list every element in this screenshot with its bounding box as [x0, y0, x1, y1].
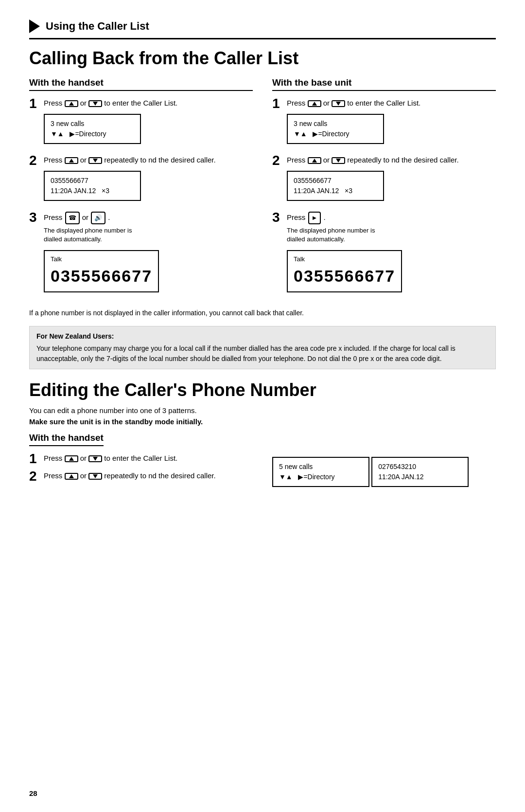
base-step-3: 3 Press ► . The displayed phone number i… [272, 212, 496, 298]
base-display-line1: 3 new calls [294, 119, 377, 129]
base-step-1-display: 3 new calls ▼▲ ▶=Directory [287, 114, 384, 144]
edit-display1-line2: ▼▲ ▶=Directory [279, 472, 363, 482]
down-btn-icon-2 [88, 157, 102, 164]
base-step-3-text: Press ► . [287, 212, 496, 224]
edit-down-btn [88, 455, 102, 462]
down-arrow-icon-2 [93, 159, 98, 162]
base-down-arrow-icon-2 [336, 159, 341, 162]
editing-step-1-text: Press or to enter the Caller List. [44, 453, 253, 463]
base-col-title: With the base unit [272, 77, 496, 91]
step-1-display: 3 new calls ▼▲ ▶=Directory [44, 114, 141, 144]
base-up-arrow-icon [312, 102, 317, 106]
handset-step-1: 1 Press or to enter the Caller List. 3 n… [29, 98, 253, 150]
step-3-display: Talk 0355566677 [44, 250, 159, 293]
base-call-icon: ► [308, 212, 321, 224]
editing-step-num-2: 2 [29, 469, 40, 483]
edit-up-btn-2 [65, 473, 78, 480]
handset-step-3: 3 Press ☎ or 🔊 . The displayed phone num… [29, 212, 253, 298]
step-2-display: 0355566677 11:20A JAN.12 ×3 [44, 171, 141, 201]
step-number-1: 1 [29, 97, 40, 110]
edit-up-btn [65, 455, 78, 462]
calling-back-title: Calling Back from the Caller List [29, 48, 496, 69]
editing-intro-bold: Make sure the unit is in the standby mod… [29, 417, 496, 426]
base-display-line2: ▼▲ ▶=Directory [294, 129, 377, 139]
nz-note-title: For New Zealand Users: [36, 331, 489, 342]
base-up-btn-icon [308, 100, 321, 107]
edit-display2-line2: 11:20A JAN.12 [378, 472, 462, 482]
editing-title: Editing the Caller's Phone Number [29, 380, 496, 400]
up-btn-icon [65, 100, 78, 107]
editing-steps-col: 1 Press or to enter the Caller List. 2 P… [29, 453, 253, 493]
base-display2-line1: 0355566677 [294, 176, 377, 186]
handset-col-title: With the handset [29, 77, 253, 91]
base-talk-label: Talk [294, 255, 395, 264]
talk-label: Talk [51, 255, 152, 264]
base-step-3-content: Press ► . The displayed phone number isd… [287, 212, 496, 298]
up-arrow-icon [69, 102, 74, 106]
edit-up-arrow-2 [69, 474, 74, 478]
step-3-subnote: The displayed phone number isdialled aut… [44, 226, 253, 244]
step-number-3: 3 [29, 211, 40, 224]
base-down-arrow-icon [336, 102, 341, 106]
edit-down-arrow-2 [93, 474, 98, 478]
base-talk-number: 0355566677 [294, 265, 395, 288]
step-1-text: Press or to enter the Caller List. [44, 98, 253, 108]
down-btn-icon [88, 100, 102, 107]
display-line1: 3 new calls [51, 119, 134, 129]
handset-column: With the handset 1 Press or to enter the… [29, 77, 253, 303]
base-step-3-subnote: The displayed phone number isdialled aut… [287, 226, 496, 244]
editing-step-1-display: 5 new calls ▼▲ ▶=Directory [272, 457, 369, 487]
editing-step-2-display: 0276543210 11:20A JAN.12 [371, 457, 469, 487]
base-step-2-display: 0355566677 11:20A JAN.12 ×3 [287, 171, 384, 201]
base-step-1-text: Press or to enter the Caller List. [287, 98, 496, 108]
edit-display1-line1: 5 new calls [279, 462, 363, 472]
base-display2-line2: 11:20A JAN.12 ×3 [294, 186, 377, 196]
step-2-content: Press or repeatedly to nd the desired ca… [44, 155, 253, 207]
page-number: 28 [29, 789, 37, 797]
up-btn-icon-2 [65, 157, 78, 164]
caller-info-text: If a phone number is not displayed in th… [29, 308, 496, 318]
editing-step-2-text: Press or repeatedly to nd the desired ca… [44, 470, 253, 481]
step-2-text: Press or repeatedly to nd the desired ca… [44, 155, 253, 165]
base-step-2-content: Press or repeatedly to nd the desired ca… [287, 155, 496, 207]
base-step-1-content: Press or to enter the Caller List. 3 new… [287, 98, 496, 150]
base-step-3-display: Talk 0355566677 [287, 250, 402, 293]
editing-intro: You can edit a phone number into one of … [29, 406, 496, 415]
editing-step-num-1: 1 [29, 452, 40, 466]
base-step-1: 1 Press or to enter the Caller List. 3 n… [272, 98, 496, 150]
step-3-text: Press ☎ or 🔊 . [44, 212, 253, 224]
calling-back-columns: With the handset 1 Press or to enter the… [29, 77, 496, 303]
base-step-2: 2 Press or repeatedly to nd the desired … [272, 155, 496, 207]
base-step-2-text: Press or repeatedly to nd the desired ca… [287, 155, 496, 165]
edit-down-btn-2 [88, 473, 102, 480]
base-down-btn-icon [332, 100, 345, 107]
talk-number: 0355566677 [51, 265, 152, 288]
base-up-arrow-icon-2 [312, 159, 317, 162]
base-step-number-3: 3 [272, 211, 283, 224]
edit-down-arrow [93, 457, 98, 461]
down-arrow-icon [93, 102, 98, 106]
display2-line1: 0355566677 [51, 176, 134, 186]
edit-up-arrow [69, 457, 74, 461]
editing-step-1: 1 Press or to enter the Caller List. [29, 453, 253, 466]
header-divider [29, 38, 496, 39]
phone-handset-icon: ☎ [65, 212, 80, 224]
base-down-btn-icon-2 [332, 157, 345, 164]
section-header: Using the Caller List [29, 19, 496, 33]
handset-step-2: 2 Press or repeatedly to nd the desired … [29, 155, 253, 207]
editing-handset-col-title: With the handset [29, 433, 104, 446]
editing-step-2: 2 Press or repeatedly to nd the desired … [29, 470, 253, 483]
base-step-number-2: 2 [272, 154, 283, 167]
display-line2: ▼▲ ▶=Directory [51, 129, 134, 139]
step-3-content: Press ☎ or 🔊 . The displayed phone numbe… [44, 212, 253, 298]
editing-step-2-content: Press or repeatedly to nd the desired ca… [44, 470, 253, 483]
editing-step-1-content: Press or to enter the Caller List. [44, 453, 253, 465]
editing-columns: 1 Press or to enter the Caller List. 2 P… [29, 453, 496, 493]
editing-displays-col: 5 new calls ▼▲ ▶=Directory 0276543210 11… [272, 453, 496, 493]
header-arrow-icon [29, 19, 40, 33]
base-column: With the base unit 1 Press or to enter t… [272, 77, 496, 303]
up-arrow-icon-2 [69, 159, 74, 162]
step-1-content: Press or to enter the Caller List. 3 new… [44, 98, 253, 150]
display2-line2: 11:20A JAN.12 ×3 [51, 186, 134, 196]
nz-note-box: For New Zealand Users: Your telephone co… [29, 326, 496, 369]
